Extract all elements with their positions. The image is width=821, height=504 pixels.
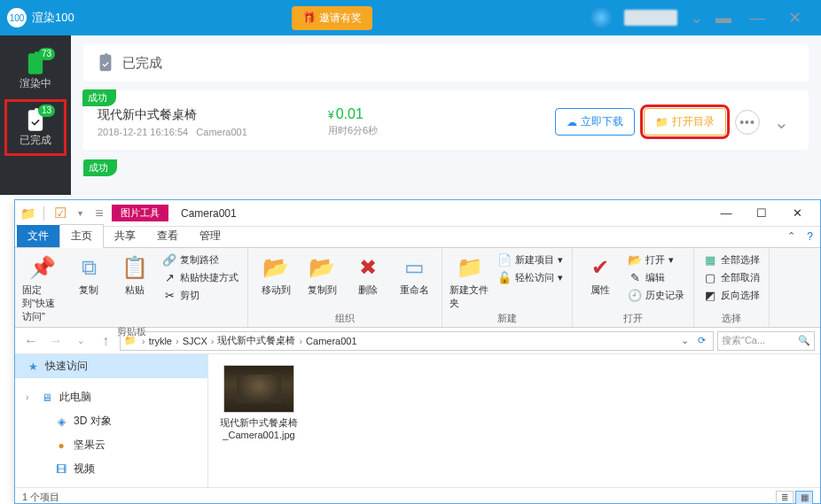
task-price: ¥0.01 (328, 106, 488, 122)
rendering-badge: 73 (38, 48, 55, 60)
sidebar-this-pc[interactable]: › 🖥 此电脑 (15, 385, 207, 409)
search-icon: 🔍 (798, 335, 810, 346)
download-button[interactable]: ☁ 立即下载 (555, 108, 635, 136)
history-button[interactable]: 🕘历史记录 (626, 287, 686, 303)
search-placeholder: 搜索"Ca... (722, 334, 765, 347)
clipboard-rendering-icon: 73 (23, 51, 48, 76)
organize-group-label: 组织 (255, 310, 434, 325)
completed-header-title: 已完成 (122, 55, 162, 72)
select-all-button[interactable]: ▦全部选择 (701, 252, 762, 268)
copy-button[interactable]: ⧉ 复制 (68, 252, 109, 297)
completed-badge: 13 (38, 105, 55, 117)
qat-checkbox-icon[interactable]: ☑ (53, 206, 67, 221)
explorer-close-button[interactable]: ✕ (779, 201, 815, 226)
view-icons-button[interactable]: ▦ (795, 491, 813, 505)
chat-icon[interactable]: ▬ (715, 9, 731, 27)
nav-back-button[interactable]: ← (20, 330, 42, 352)
file-name: 现代新中式餐桌椅_Camera001.jpg (219, 416, 299, 442)
more-button[interactable]: ••• (735, 110, 760, 135)
move-to-button[interactable]: 📂移动到 (255, 252, 296, 297)
copy-path-button[interactable]: 🔗复制路径 (160, 252, 240, 268)
picture-tools-context: 图片工具 (112, 205, 168, 221)
sidebar-item-completed[interactable]: 13 已完成 (4, 99, 66, 156)
new-item-button[interactable]: 📄新建项目▾ (496, 252, 565, 268)
minimize-button[interactable]: — (744, 9, 770, 27)
breadcrumb-item-2[interactable]: 现代新中式餐桌椅 (217, 334, 295, 347)
breadcrumb-dropdown-icon[interactable]: ⌄ (677, 335, 692, 346)
new-folder-button[interactable]: 📁新建文件夹 (450, 252, 490, 310)
sidebar-videos[interactable]: 🎞 视频 (15, 457, 207, 481)
chevron-down-icon[interactable]: ⌄ (690, 8, 703, 27)
invite-button[interactable]: 🎁 邀请有奖 (292, 6, 372, 30)
sidebar-item-rendering[interactable]: 73 渲染中 (4, 43, 66, 99)
copy-to-button[interactable]: 📂复制到 (301, 252, 342, 297)
pin-icon: 📌 (28, 253, 57, 282)
nav-recent-button[interactable]: ⌄ (70, 330, 91, 352)
tab-share[interactable]: 共享 (104, 225, 146, 247)
credit-icon[interactable] (590, 7, 612, 28)
select-none-button[interactable]: ▢全部取消 (701, 269, 762, 285)
refresh-icon[interactable]: ⟳ (694, 335, 709, 346)
expand-chevron-icon[interactable]: ⌄ (769, 112, 794, 133)
select-none-icon: ▢ (703, 270, 717, 284)
open-folder-button[interactable]: 📁 打开目录 (644, 108, 726, 136)
qat-dropdown-icon[interactable]: ▾ (73, 206, 87, 221)
folder-icon[interactable]: 📁 (20, 206, 35, 221)
edit-button[interactable]: ✎编辑 (626, 269, 686, 285)
render-app-window: 100 渲染100 🎁 邀请有奖 ⌄ ▬ — ✕ 73 渲染中 (0, 0, 821, 195)
invert-selection-button[interactable]: ◩反向选择 (701, 287, 762, 303)
easy-access-button[interactable]: 🔓轻松访问▾ (496, 269, 565, 285)
properties-icon: ✔ (586, 253, 614, 282)
nav-up-button[interactable]: ↑ (95, 330, 116, 352)
cut-button[interactable]: ✂剪切 (160, 287, 240, 303)
explorer-minimize-button[interactable]: — (708, 201, 744, 226)
explorer-statusbar: 1 个项目 ≣ ▦ (15, 487, 820, 504)
delete-button[interactable]: ✖删除 (348, 252, 388, 297)
breadcrumb-item-1[interactable]: SJCX (183, 336, 207, 346)
clipboard-header-icon (96, 53, 115, 73)
view-details-button[interactable]: ≣ (776, 491, 794, 505)
task2-status-tag: 成功 (83, 159, 117, 176)
file-item[interactable]: 现代新中式餐桌椅_Camera001.jpg (219, 365, 299, 442)
paste-shortcut-button[interactable]: ↗粘贴快捷方式 (160, 269, 240, 285)
sidebar-3d-objects[interactable]: ◈ 3D 对象 (15, 409, 207, 433)
explorer-maximize-button[interactable]: ☐ (744, 201, 779, 226)
tab-home[interactable]: 主页 (59, 224, 104, 248)
sidebar-pictures[interactable]: 🖼 图片 (15, 481, 207, 487)
invert-icon: ◩ (703, 288, 717, 302)
open-folder-button-label: 打开目录 (672, 114, 715, 129)
open-button[interactable]: 📂打开▾ (626, 252, 686, 268)
ribbon-collapse-icon[interactable]: ⌃ (787, 230, 795, 242)
paste-button[interactable]: 📋 粘贴 (114, 252, 155, 297)
rename-icon: ▭ (400, 253, 428, 282)
breadcrumb-item-0[interactable]: trykle (149, 336, 172, 346)
breadcrumb-item-3[interactable]: Camera001 (306, 336, 356, 346)
file-list[interactable]: 现代新中式餐桌椅_Camera001.jpg (208, 354, 820, 487)
help-icon[interactable]: ? (807, 230, 813, 243)
sidebar-jianguo[interactable]: ● 坚果云 (15, 433, 207, 457)
pin-to-quick-access-button[interactable]: 📌 固定到"快速访问" (22, 252, 63, 323)
tab-file[interactable]: 文件 (17, 225, 59, 247)
qat-props-icon[interactable]: ≡ (92, 206, 106, 221)
task-status-tag: 成功 (82, 89, 116, 106)
breadcrumb[interactable]: 📁 › trykle› SJCX› 现代新中式餐桌椅› Camera001 ⌄ … (120, 331, 714, 351)
search-input[interactable]: 搜索"Ca... 🔍 (717, 331, 815, 351)
file-thumbnail (223, 365, 294, 413)
select-all-icon: ▦ (703, 252, 717, 267)
task-date: 2018-12-21 16:16:54 (98, 127, 188, 137)
context-tab-label: 图片工具 (112, 205, 168, 221)
close-button[interactable]: ✕ (783, 8, 807, 27)
rename-button[interactable]: ▭重命名 (394, 252, 434, 297)
sidebar-quick-access[interactable]: ★ 快速访问 (15, 354, 207, 378)
tree-arrow-icon[interactable]: › (26, 392, 28, 402)
tab-view[interactable]: 查看 (146, 225, 189, 247)
completed-header-card: 已完成 (83, 44, 809, 81)
cube-icon: ◈ (54, 415, 68, 429)
open-group-label: 打开 (580, 310, 686, 325)
task-name: 现代新中式餐桌椅 (98, 107, 328, 123)
tab-manage[interactable]: 管理 (189, 225, 231, 247)
nav-forward-button[interactable]: → (45, 330, 66, 352)
download-button-label: 立即下载 (581, 114, 623, 129)
app-content: 已完成 成功 现代新中式餐桌椅 2018-12-21 16:16:54 Came… (71, 35, 821, 195)
properties-button[interactable]: ✔属性 (580, 252, 621, 297)
